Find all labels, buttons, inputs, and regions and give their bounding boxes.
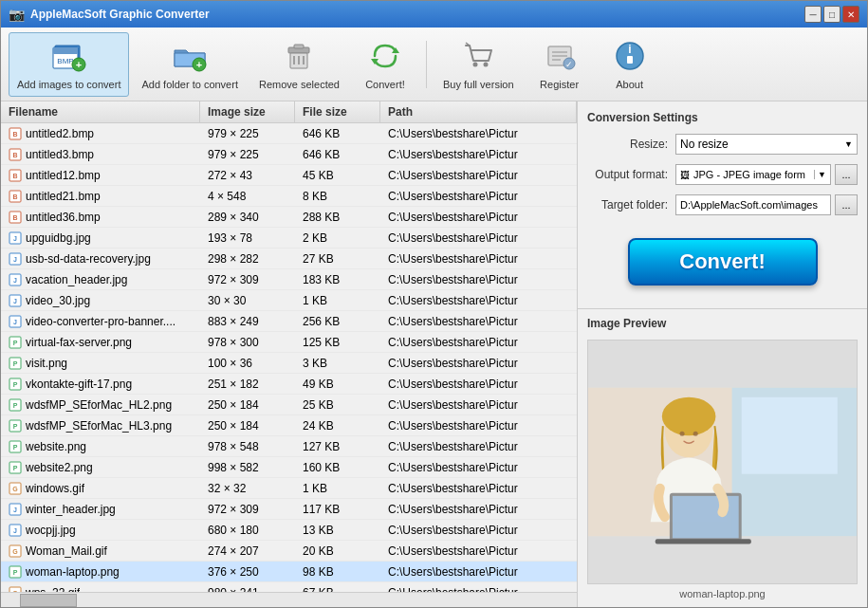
image-preview-title: Image Preview: [587, 317, 858, 330]
svg-text:+: +: [196, 58, 202, 69]
remove-selected-button[interactable]: Remove selected: [250, 32, 348, 97]
resize-select[interactable]: No resize ▼: [675, 134, 858, 155]
file-path: C:\Users\bestshare\Pictur: [380, 188, 577, 205]
file-name: website.png: [26, 440, 86, 453]
file-path: C:\Users\bestshare\Pictur: [380, 396, 577, 414]
horizontal-scrollbar[interactable]: [1, 592, 577, 607]
format-arrow: ▼: [814, 170, 826, 179]
table-row[interactable]: P website.png 978 × 548 127 KB C:\Users\…: [1, 436, 577, 457]
svg-text:✓: ✓: [565, 59, 573, 68]
file-type-icon: J: [9, 273, 22, 286]
svg-point-78: [662, 397, 716, 435]
main-convert-button[interactable]: Convert!: [628, 238, 818, 286]
file-imgsize: 972 × 309: [200, 501, 295, 518]
resize-value: No resize: [680, 138, 729, 151]
table-row[interactable]: B untitled3.bmp 979 × 225 646 KB C:\User…: [1, 144, 577, 165]
svg-text:B: B: [12, 173, 17, 179]
file-imgsize: 978 × 300: [200, 334, 295, 351]
about-button[interactable]: i About: [597, 32, 663, 97]
table-row[interactable]: G Woman_Mail.gif 274 × 207 20 KB C:\User…: [1, 541, 577, 562]
svg-text:BMP: BMP: [57, 57, 73, 65]
svg-text:J: J: [13, 277, 17, 284]
file-name: upguidbg.jpg: [26, 231, 91, 245]
register-button[interactable]: ✓ Register: [526, 32, 593, 97]
col-header-path: Path: [380, 101, 577, 122]
file-path: C:\Users\bestshare\Pictur: [380, 543, 577, 560]
svg-text:J: J: [13, 507, 17, 513]
file-filesize: 45 KB: [295, 167, 380, 184]
convert-button[interactable]: Convert!: [352, 32, 418, 97]
add-folder-label: Add folder to convert: [141, 79, 238, 91]
file-path: C:\Users\bestshare\Pictur: [380, 230, 577, 247]
file-imgsize: 289 × 340: [200, 209, 295, 226]
table-row[interactable]: J upguidbg.jpg 193 × 78 2 KB C:\Users\be…: [1, 228, 577, 249]
convert-icon: [366, 37, 404, 75]
target-folder-value[interactable]: D:\AppleMacSoft.com\images: [675, 194, 831, 215]
file-filesize: 24 KB: [295, 417, 380, 434]
file-type-icon: B: [9, 148, 22, 161]
table-row[interactable]: B untitled36.bmp 289 × 340 288 KB C:\Use…: [1, 207, 577, 228]
table-row[interactable]: J wocpjj.jpg 680 × 180 13 KB C:\Users\be…: [1, 520, 577, 541]
table-row[interactable]: B untitled12.bmp 272 × 43 45 KB C:\Users…: [1, 165, 577, 186]
file-path: C:\Users\bestshare\Pictur: [380, 146, 577, 163]
file-imgsize: 376 × 250: [200, 563, 295, 580]
file-name: winter_header.jpg: [26, 503, 116, 516]
file-filesize: 13 KB: [295, 522, 380, 539]
preview-filename: woman-laptop.png: [587, 588, 858, 599]
table-row[interactable]: J vacation_header.jpg 972 × 309 183 KB C…: [1, 269, 577, 290]
add-images-button[interactable]: BMP + Add images to convert: [9, 32, 129, 97]
file-path: C:\Users\bestshare\Pictur: [380, 417, 577, 434]
format-browse-button[interactable]: ...: [835, 164, 858, 185]
table-row[interactable]: P woman-laptop.png 376 × 250 98 KB C:\Us…: [1, 562, 577, 582]
svg-text:J: J: [13, 319, 17, 325]
table-row[interactable]: P visit.png 100 × 36 3 KB C:\Users\bests…: [1, 353, 577, 374]
image-preview-section: Image Preview: [578, 309, 867, 607]
file-path: C:\Users\bestshare\Pictur: [380, 438, 577, 455]
target-folder-text: D:\AppleMacSoft.com\images: [680, 199, 818, 211]
output-format-select[interactable]: 🖼 JPG - JPEG image form ▼: [675, 164, 831, 185]
add-folder-button[interactable]: + Add folder to convert: [133, 32, 247, 97]
buy-button[interactable]: Buy full version: [434, 32, 523, 97]
toolbar: BMP + Add images to convert + Add folder…: [1, 28, 867, 101]
table-row[interactable]: G windows.gif 32 × 32 1 KB C:\Users\best…: [1, 478, 577, 499]
file-type-icon: J: [9, 294, 22, 307]
add-images-label: Add images to convert: [17, 79, 120, 91]
minimize-button[interactable]: ─: [804, 6, 822, 23]
svg-text:G: G: [12, 548, 18, 555]
table-row[interactable]: P virtual-fax-server.png 978 × 300 125 K…: [1, 332, 577, 353]
svg-text:B: B: [12, 131, 17, 138]
file-name: usb-sd-data-recovery.jpg: [26, 252, 151, 266]
format-value: JPG - JPEG image form: [693, 169, 810, 180]
table-row[interactable]: J video_30.jpg 30 × 30 1 KB C:\Users\bes…: [1, 290, 577, 311]
file-filesize: 3 KB: [295, 355, 380, 372]
file-name: website2.png: [26, 461, 93, 474]
file-type-icon: J: [9, 503, 22, 516]
folder-browse-button[interactable]: ...: [835, 194, 858, 215]
col-header-imagesize: Image size: [200, 101, 295, 122]
svg-text:i: i: [628, 43, 631, 56]
table-row[interactable]: P wdsfMP_SEforMac_HL2.png 250 × 184 25 K…: [1, 395, 577, 415]
table-row[interactable]: P wdsfMP_SEforMac_HL3.png 250 × 184 24 K…: [1, 415, 577, 436]
file-filesize: 183 KB: [295, 271, 380, 288]
hscroll-track[interactable]: [1, 593, 577, 608]
file-imgsize: 32 × 32: [200, 480, 295, 497]
buy-icon: [459, 37, 497, 75]
file-path: C:\Users\bestshare\Pictur: [380, 313, 577, 330]
file-path: C:\Users\bestshare\Pictur: [380, 271, 577, 288]
table-row[interactable]: J usb-sd-data-recovery.jpg 298 × 282 27 …: [1, 249, 577, 269]
table-row[interactable]: J video-converter-pro-banner.... 883 × 2…: [1, 311, 577, 332]
file-imgsize: 298 × 282: [200, 250, 295, 267]
table-row[interactable]: G wps_22.gif 980 × 241 67 KB C:\Users\be…: [1, 582, 577, 592]
table-row[interactable]: B untitled21.bmp 4 × 548 8 KB C:\Users\b…: [1, 186, 577, 207]
table-row[interactable]: P website2.png 998 × 582 160 KB C:\Users…: [1, 457, 577, 478]
hscroll-thumb[interactable]: [20, 594, 77, 607]
maximize-button[interactable]: □: [823, 6, 840, 23]
file-imgsize: 100 × 36: [200, 355, 295, 372]
table-row[interactable]: P vkontakte-gift-17.png 251 × 182 49 KB …: [1, 374, 577, 395]
file-list-scroll[interactable]: B untitled2.bmp 979 × 225 646 KB C:\User…: [1, 123, 577, 592]
svg-rect-27: [627, 56, 633, 64]
table-row[interactable]: B untitled2.bmp 979 × 225 646 KB C:\User…: [1, 123, 577, 144]
table-row[interactable]: J winter_header.jpg 972 × 309 117 KB C:\…: [1, 499, 577, 520]
main-window: 📷 AppleMacSoft Graphic Converter ─ □ ✕ B…: [0, 0, 868, 608]
close-button[interactable]: ✕: [842, 6, 859, 23]
